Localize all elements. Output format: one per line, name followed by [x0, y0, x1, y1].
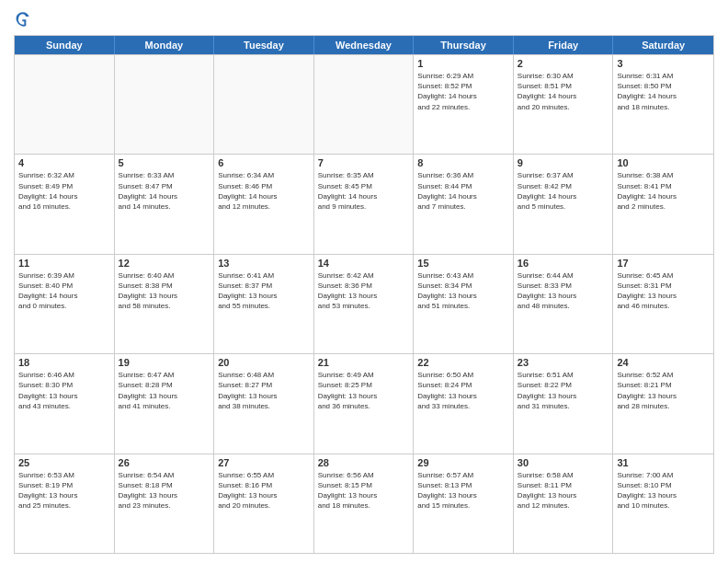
cell-text: Sunrise: 6:49 AM Sunset: 8:25 PM Dayligh… — [318, 370, 410, 411]
day-number: 22 — [417, 357, 509, 368]
cal-cell: 20Sunrise: 6:48 AM Sunset: 8:27 PM Dayli… — [214, 354, 314, 453]
day-number: 28 — [318, 457, 410, 468]
cal-header-saturday: Saturday — [613, 36, 713, 54]
day-number: 8 — [417, 157, 509, 168]
cal-cell: 5Sunrise: 6:33 AM Sunset: 8:47 PM Daylig… — [115, 155, 215, 253]
cal-header-sunday: Sunday — [15, 36, 115, 54]
cell-text: Sunrise: 6:50 AM Sunset: 8:24 PM Dayligh… — [417, 370, 509, 411]
page: SundayMondayTuesdayWednesdayThursdayFrid… — [0, 0, 728, 563]
cal-cell: 22Sunrise: 6:50 AM Sunset: 8:24 PM Dayli… — [414, 354, 514, 453]
day-number: 14 — [318, 258, 410, 269]
cell-text: Sunrise: 6:32 AM Sunset: 8:49 PM Dayligh… — [18, 170, 110, 212]
day-number: 29 — [417, 457, 509, 468]
header — [14, 9, 714, 28]
cell-text: Sunrise: 6:29 AM Sunset: 8:52 PM Dayligh… — [417, 71, 509, 112]
cal-cell: 3Sunrise: 6:31 AM Sunset: 8:50 PM Daylig… — [613, 55, 713, 154]
cal-cell: 4Sunrise: 6:32 AM Sunset: 8:49 PM Daylig… — [15, 155, 115, 253]
cal-cell — [214, 55, 314, 154]
cell-text: Sunrise: 6:38 AM Sunset: 8:41 PM Dayligh… — [617, 170, 710, 212]
cell-text: Sunrise: 6:53 AM Sunset: 8:19 PM Dayligh… — [18, 470, 110, 511]
cell-text: Sunrise: 6:44 AM Sunset: 8:33 PM Dayligh… — [518, 270, 609, 312]
cal-cell: 9Sunrise: 6:37 AM Sunset: 8:42 PM Daylig… — [514, 155, 614, 253]
day-number: 23 — [518, 357, 609, 368]
day-number: 17 — [617, 258, 710, 269]
cal-cell: 17Sunrise: 6:45 AM Sunset: 8:31 PM Dayli… — [613, 255, 713, 353]
day-number: 25 — [18, 457, 110, 468]
day-number: 31 — [617, 457, 710, 468]
day-number: 30 — [518, 457, 609, 468]
cell-text: Sunrise: 6:30 AM Sunset: 8:51 PM Dayligh… — [518, 71, 609, 112]
logo — [14, 9, 36, 28]
day-number: 20 — [218, 357, 310, 368]
cal-cell: 1Sunrise: 6:29 AM Sunset: 8:52 PM Daylig… — [414, 55, 514, 154]
calendar: SundayMondayTuesdayWednesdayThursdayFrid… — [14, 35, 714, 554]
cell-text: Sunrise: 6:33 AM Sunset: 8:47 PM Dayligh… — [119, 170, 210, 212]
cal-cell: 10Sunrise: 6:38 AM Sunset: 8:41 PM Dayli… — [613, 155, 713, 253]
cal-cell: 11Sunrise: 6:39 AM Sunset: 8:40 PM Dayli… — [15, 255, 115, 353]
cal-cell: 8Sunrise: 6:36 AM Sunset: 8:44 PM Daylig… — [414, 155, 514, 253]
cell-text: Sunrise: 6:42 AM Sunset: 8:36 PM Dayligh… — [318, 270, 410, 312]
cal-header-monday: Monday — [115, 36, 215, 54]
calendar-body: 1Sunrise: 6:29 AM Sunset: 8:52 PM Daylig… — [15, 54, 713, 553]
day-number: 5 — [119, 157, 210, 168]
logo-icon — [14, 9, 32, 28]
cal-cell: 16Sunrise: 6:44 AM Sunset: 8:33 PM Dayli… — [514, 255, 614, 353]
cell-text: Sunrise: 6:52 AM Sunset: 8:21 PM Dayligh… — [617, 370, 710, 411]
cell-text: Sunrise: 6:39 AM Sunset: 8:40 PM Dayligh… — [18, 270, 110, 312]
day-number: 16 — [518, 258, 609, 269]
day-number: 9 — [518, 157, 609, 168]
cal-cell: 31Sunrise: 7:00 AM Sunset: 8:10 PM Dayli… — [613, 454, 713, 553]
cal-cell: 2Sunrise: 6:30 AM Sunset: 8:51 PM Daylig… — [514, 55, 614, 154]
cell-text: Sunrise: 6:37 AM Sunset: 8:42 PM Dayligh… — [518, 170, 609, 212]
cal-week-2: 4Sunrise: 6:32 AM Sunset: 8:49 PM Daylig… — [15, 154, 713, 253]
day-number: 3 — [617, 58, 710, 69]
cal-cell: 18Sunrise: 6:46 AM Sunset: 8:30 PM Dayli… — [15, 354, 115, 453]
cell-text: Sunrise: 6:54 AM Sunset: 8:18 PM Dayligh… — [119, 470, 210, 511]
cell-text: Sunrise: 6:34 AM Sunset: 8:46 PM Dayligh… — [218, 170, 310, 212]
cal-cell — [314, 55, 415, 154]
cell-text: Sunrise: 6:31 AM Sunset: 8:50 PM Dayligh… — [617, 71, 710, 112]
calendar-header: SundayMondayTuesdayWednesdayThursdayFrid… — [15, 36, 713, 54]
day-number: 24 — [617, 357, 710, 368]
cal-cell: 27Sunrise: 6:55 AM Sunset: 8:16 PM Dayli… — [214, 454, 314, 553]
cell-text: Sunrise: 6:55 AM Sunset: 8:16 PM Dayligh… — [218, 470, 310, 511]
cal-week-3: 11Sunrise: 6:39 AM Sunset: 8:40 PM Dayli… — [15, 254, 713, 353]
cal-cell: 13Sunrise: 6:41 AM Sunset: 8:37 PM Dayli… — [214, 255, 314, 353]
cell-text: Sunrise: 6:40 AM Sunset: 8:38 PM Dayligh… — [119, 270, 210, 312]
day-number: 18 — [18, 357, 110, 368]
cal-cell: 12Sunrise: 6:40 AM Sunset: 8:38 PM Dayli… — [115, 255, 215, 353]
cal-cell: 25Sunrise: 6:53 AM Sunset: 8:19 PM Dayli… — [15, 454, 115, 553]
cell-text: Sunrise: 6:36 AM Sunset: 8:44 PM Dayligh… — [417, 170, 509, 212]
day-number: 15 — [417, 258, 509, 269]
cell-text: Sunrise: 6:51 AM Sunset: 8:22 PM Dayligh… — [518, 370, 609, 411]
cal-header-tuesday: Tuesday — [214, 36, 314, 54]
day-number: 6 — [218, 157, 310, 168]
day-number: 4 — [18, 157, 110, 168]
cal-header-wednesday: Wednesday — [314, 36, 415, 54]
cal-header-thursday: Thursday — [414, 36, 514, 54]
cell-text: Sunrise: 6:48 AM Sunset: 8:27 PM Dayligh… — [218, 370, 310, 411]
cell-text: Sunrise: 6:41 AM Sunset: 8:37 PM Dayligh… — [218, 270, 310, 312]
cal-header-friday: Friday — [514, 36, 614, 54]
cal-cell: 24Sunrise: 6:52 AM Sunset: 8:21 PM Dayli… — [613, 354, 713, 453]
cell-text: Sunrise: 6:57 AM Sunset: 8:13 PM Dayligh… — [417, 470, 509, 511]
day-number: 7 — [318, 157, 410, 168]
day-number: 12 — [119, 258, 210, 269]
day-number: 26 — [119, 457, 210, 468]
cal-cell — [15, 55, 115, 154]
cell-text: Sunrise: 6:58 AM Sunset: 8:11 PM Dayligh… — [518, 470, 609, 511]
cal-cell: 29Sunrise: 6:57 AM Sunset: 8:13 PM Dayli… — [414, 454, 514, 553]
day-number: 19 — [119, 357, 210, 368]
day-number: 1 — [417, 58, 509, 69]
day-number: 21 — [318, 357, 410, 368]
cell-text: Sunrise: 6:45 AM Sunset: 8:31 PM Dayligh… — [617, 270, 710, 312]
day-number: 11 — [18, 258, 110, 269]
cal-cell — [115, 55, 215, 154]
cal-week-1: 1Sunrise: 6:29 AM Sunset: 8:52 PM Daylig… — [15, 54, 713, 154]
day-number: 27 — [218, 457, 310, 468]
cal-week-5: 25Sunrise: 6:53 AM Sunset: 8:19 PM Dayli… — [15, 454, 713, 553]
day-number: 13 — [218, 258, 310, 269]
cal-cell: 26Sunrise: 6:54 AM Sunset: 8:18 PM Dayli… — [115, 454, 215, 553]
cal-cell: 6Sunrise: 6:34 AM Sunset: 8:46 PM Daylig… — [214, 155, 314, 253]
cal-cell: 28Sunrise: 6:56 AM Sunset: 8:15 PM Dayli… — [314, 454, 415, 553]
